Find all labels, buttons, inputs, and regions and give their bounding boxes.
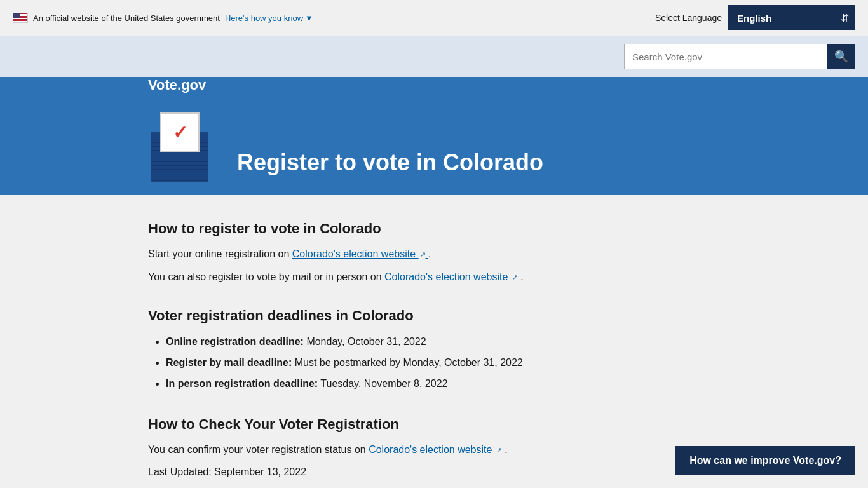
section-3-title: How to Check Your Voter Registration — [148, 416, 720, 433]
official-text: An official website of the United States… — [33, 13, 220, 23]
main-content-wrapper: How to register to vote in Colorado Star… — [0, 195, 868, 488]
list-item: Online registration deadline: Monday, Oc… — [166, 333, 720, 351]
external-link-icon-1: ↗ — [420, 249, 426, 261]
chevron-down-icon: ▼ — [305, 13, 313, 23]
section-deadlines: Voter registration deadlines in Colorado… — [148, 308, 720, 393]
hero-right: Register to vote in Colorado — [237, 149, 720, 195]
search-bar-wrapper: 🔍 — [0, 36, 868, 77]
site-title: Vote.gov — [148, 77, 206, 93]
heres-how-link[interactable]: Here's how you know ▼ — [225, 13, 313, 23]
main-content: How to register to vote in Colorado Star… — [129, 195, 739, 488]
colorado-election-link-3[interactable]: Colorado's election website ↗ — [369, 444, 505, 455]
ballot-box-illustration: ✓ — [148, 112, 212, 182]
list-item: In person registration deadline: Tuesday… — [166, 375, 720, 393]
colorado-election-link-2[interactable]: Colorado's election website ↗ — [384, 271, 520, 282]
search-bar-row: 🔍 — [0, 36, 868, 77]
language-select[interactable]: English Español 中文 Français Tiếng Việt 한… — [728, 5, 855, 30]
official-notice: An official website of the United States… — [13, 13, 313, 23]
section-2-title: Voter registration deadlines in Colorado — [148, 308, 720, 324]
colorado-election-link-1[interactable]: Colorado's election website ↗ — [292, 248, 428, 259]
hero-left: Vote.gov ✓ — [148, 77, 212, 195]
section-1-text-2: You can also register to vote by mail or… — [148, 269, 720, 285]
select-language-label: Select Language — [655, 13, 722, 23]
top-bar: An official website of the United States… — [0, 0, 868, 36]
section-1-title: How to register to vote in Colorado — [148, 220, 720, 237]
bullet-3-value: Tuesday, November 8, 2022 — [320, 378, 447, 389]
external-link-icon-2: ↗ — [512, 272, 518, 283]
list-item: Register by mail deadline: Must be postm… — [166, 354, 720, 372]
hero-inner: Vote.gov ✓ Register to vote in Colorado — [129, 77, 739, 195]
section-how-to-register: How to register to vote in Colorado Star… — [148, 220, 720, 285]
us-flag-icon — [13, 13, 28, 23]
hero-banner: Vote.gov ✓ Register to vote in Colorado — [0, 77, 868, 195]
section-3-text-1: You can confirm your voter registration … — [148, 442, 720, 458]
checkmark-icon: ✓ — [173, 122, 187, 143]
bullet-1-label: Online registration deadline: — [166, 336, 304, 347]
ballot-paper: ✓ — [160, 112, 200, 152]
feedback-button[interactable]: How can we improve Vote.gov? — [675, 446, 855, 475]
search-form: 🔍 — [624, 44, 855, 69]
search-icon: 🔍 — [834, 50, 848, 64]
section-check-registration: How to Check Your Voter Registration You… — [148, 416, 720, 478]
search-button[interactable]: 🔍 — [827, 44, 855, 69]
bullet-1-value: Monday, October 31, 2022 — [306, 336, 426, 347]
search-input[interactable] — [624, 44, 827, 69]
page-main-title: Register to vote in Colorado — [237, 149, 720, 176]
section-1-text-1: Start your online registration on Colora… — [148, 246, 720, 262]
language-select-wrapper: English Español 中文 Français Tiếng Việt 한… — [728, 5, 855, 30]
external-link-icon-3: ↗ — [496, 445, 502, 456]
bullet-2-label: Register by mail deadline: — [166, 357, 292, 368]
bullet-2-value: Must be postmarked by Monday, October 31… — [295, 357, 523, 368]
bullet-3-label: In person registration deadline: — [166, 378, 318, 389]
last-updated: Last Updated: September 13, 2022 — [148, 466, 720, 478]
language-selector-area: Select Language English Español 中文 Franç… — [655, 5, 855, 30]
deadlines-list: Online registration deadline: Monday, Oc… — [148, 333, 720, 393]
